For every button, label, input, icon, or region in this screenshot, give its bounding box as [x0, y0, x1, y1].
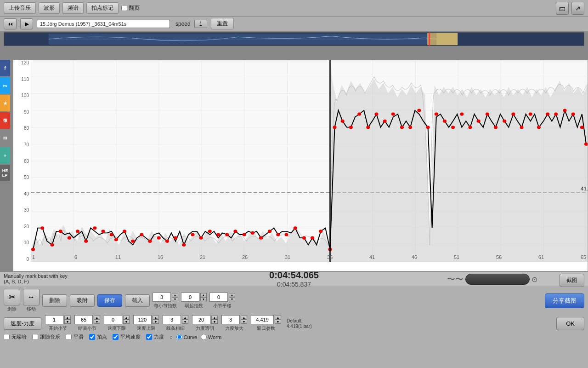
- force-checkbox[interactable]: 力度: [146, 334, 164, 340]
- controls-row2: 速度-力度 ▲ ▼ 开始小节 ▲ ▼ 结束小节: [0, 314, 588, 333]
- force-scale-up[interactable]: ▲: [241, 316, 247, 320]
- svg-point-39: [76, 230, 79, 233]
- svg-point-59: [243, 233, 246, 236]
- speed-lower-input[interactable]: [104, 315, 122, 324]
- force-alpha-up[interactable]: ▲: [211, 316, 218, 320]
- no-silence-checkbox[interactable]: 无噪喑: [4, 334, 27, 340]
- weak-beat-arrows: ▲ ▼: [200, 293, 207, 301]
- speed-force-button[interactable]: 速度-力度: [4, 317, 41, 330]
- bar-shift-group: ▲ ▼ 小节平移: [209, 293, 235, 309]
- move-icon[interactable]: ↔: [23, 289, 40, 305]
- beat-point-checkbox[interactable]: 拍点: [89, 334, 107, 340]
- speed-lower-down[interactable]: ▼: [123, 320, 130, 324]
- insert-button[interactable]: 截入: [125, 294, 150, 307]
- start-bar-up[interactable]: ▲: [64, 316, 71, 320]
- window-param-down[interactable]: ▼: [275, 320, 281, 324]
- svg-point-79: [408, 126, 412, 129]
- speed-upper-down[interactable]: ▼: [153, 320, 159, 324]
- facebook-button[interactable]: f: [0, 60, 10, 76]
- start-bar-input[interactable]: [45, 315, 63, 324]
- chart-plot[interactable]: 41.3 1 6 11 16 21 26 31 36 41 46 51 56: [31, 60, 588, 262]
- smooth-checkbox[interactable]: 平滑: [66, 334, 84, 340]
- worm-radio-label[interactable]: Worm: [201, 334, 221, 340]
- screenshot-button[interactable]: 截图: [560, 274, 584, 287]
- screenshot-area: 截图: [560, 274, 584, 287]
- weibo-button[interactable]: 微: [0, 112, 10, 129]
- reset-button[interactable]: 重置: [211, 18, 234, 29]
- speed-upper-input[interactable]: [133, 315, 152, 324]
- bar-shift-input[interactable]: [209, 293, 228, 302]
- help-button[interactable]: HELP: [0, 165, 10, 181]
- curve-radio[interactable]: [176, 334, 182, 340]
- share-icon-button[interactable]: ↗: [571, 2, 584, 15]
- time-display: 0:04:54.065 0:04:55.837: [269, 270, 319, 288]
- speed-label: speed: [175, 21, 191, 27]
- speed-upper-up[interactable]: ▲: [153, 316, 159, 320]
- line-width-up[interactable]: ▲: [182, 316, 188, 320]
- page-flip-checkbox[interactable]: 翻页: [121, 4, 140, 12]
- end-bar-down[interactable]: ▼: [94, 320, 100, 324]
- beat-mark-button[interactable]: 拍点标记: [86, 2, 119, 14]
- svg-text:46: 46: [412, 254, 417, 260]
- prev-button[interactable]: ⏮: [4, 18, 17, 29]
- audio-slider[interactable]: [465, 274, 530, 285]
- weak-beat-input[interactable]: [181, 293, 199, 302]
- line-width-down[interactable]: ▼: [182, 320, 188, 324]
- file-row: ⏮ ▶ 15.Jörg Demus (1957) _3631_04m51s sp…: [0, 17, 588, 31]
- svg-text:31: 31: [285, 254, 290, 260]
- follow-music-checkbox[interactable]: 跟随音乐: [32, 334, 60, 340]
- bar-shift-down[interactable]: ▼: [229, 297, 235, 301]
- avg-speed-checkbox[interactable]: 平均速度: [113, 334, 141, 340]
- force-alpha-down[interactable]: ▼: [211, 320, 218, 324]
- absorb-button[interactable]: 吸附: [70, 294, 95, 307]
- speed-lower-up[interactable]: ▲: [123, 316, 130, 320]
- beats-per-bar-input[interactable]: [153, 293, 171, 302]
- star-button[interactable]: ★: [0, 95, 10, 111]
- ok-button[interactable]: OK: [556, 317, 584, 330]
- mail-button[interactable]: ✉: [0, 130, 10, 146]
- beats-per-bar-up[interactable]: ▲: [172, 293, 178, 297]
- force-scale-down[interactable]: ▼: [241, 320, 247, 324]
- svg-point-55: [208, 230, 212, 233]
- curve-worm-radio-group: ○ Curve Worm: [170, 334, 221, 340]
- y-axis: 0 10 20 30 40 50 60 70 80 90 100 110 120: [13, 60, 31, 262]
- delete-button[interactable]: 删除: [42, 294, 67, 307]
- line-width-input[interactable]: [163, 315, 181, 324]
- play-button[interactable]: ▶: [20, 18, 33, 29]
- speed-value: 1: [194, 20, 208, 28]
- svg-point-99: [580, 126, 584, 129]
- worm-radio[interactable]: [201, 334, 207, 340]
- svg-point-70: [333, 126, 337, 129]
- time-secondary: 0:04:55.837: [269, 281, 319, 288]
- start-bar-down[interactable]: ▼: [64, 320, 71, 324]
- window-param-input[interactable]: [251, 315, 274, 324]
- remove-icon[interactable]: ✂: [4, 289, 20, 305]
- svg-point-41: [93, 226, 96, 230]
- controls-row1: ✂ 删除 ↔ 移动 删除 吸附 保存 截入 ▲ ▼ 每小节拍数: [0, 287, 588, 314]
- window-param-up[interactable]: ▲: [275, 316, 281, 320]
- svg-point-37: [59, 230, 62, 233]
- force-scale-input[interactable]: [221, 315, 240, 324]
- twitter-button[interactable]: tw: [0, 77, 10, 94]
- upload-music-button[interactable]: 上传音乐: [4, 2, 36, 14]
- curve-radio-label[interactable]: Curve: [176, 334, 197, 340]
- spectrum-button[interactable]: 频谱: [62, 2, 84, 14]
- beats-per-bar-down[interactable]: ▼: [172, 297, 178, 301]
- move-group: ↔ 移动: [23, 289, 40, 312]
- bar-shift-up[interactable]: ▲: [229, 293, 235, 297]
- end-bar-up[interactable]: ▲: [94, 316, 100, 320]
- svg-point-86: [468, 126, 472, 129]
- force-alpha-input[interactable]: [192, 315, 210, 324]
- svg-point-90: [503, 120, 506, 123]
- weak-beat-down[interactable]: ▼: [200, 297, 207, 301]
- save-button[interactable]: 保存: [97, 294, 122, 307]
- save-icon-button[interactable]: 🖴: [556, 2, 569, 15]
- svg-point-94: [537, 126, 541, 129]
- weak-beat-up[interactable]: ▲: [200, 293, 207, 297]
- end-bar-input[interactable]: [74, 315, 93, 324]
- share-screenshot-button[interactable]: 分享截图: [545, 293, 584, 308]
- svg-point-58: [233, 230, 237, 233]
- add-button[interactable]: +: [0, 147, 10, 164]
- waveform-button[interactable]: 波形: [39, 2, 60, 14]
- waveform-overview[interactable]: [4, 32, 584, 46]
